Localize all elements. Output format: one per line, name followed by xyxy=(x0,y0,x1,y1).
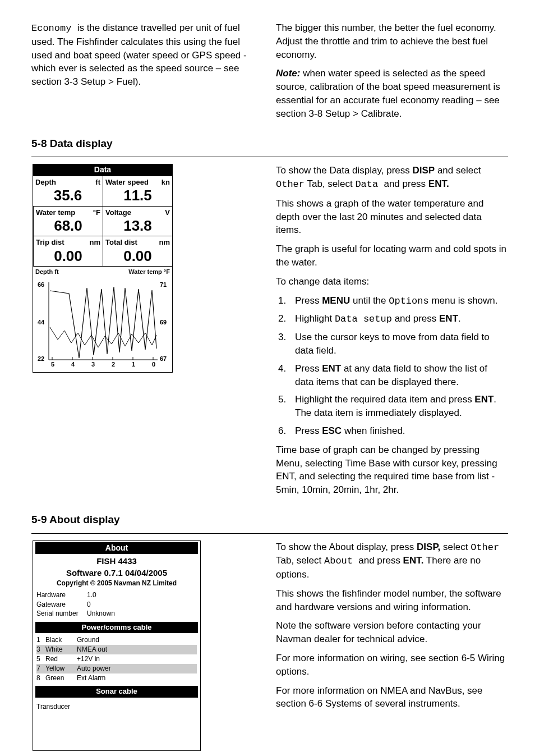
svg-text:0: 0 xyxy=(152,361,155,366)
intro-block: Economy is the distance travelled per un… xyxy=(31,21,508,126)
data-p2: This shows a graph of the water temperat… xyxy=(276,197,508,237)
cable-rows: 1BlackGround 3WhiteNMEA out 5Red+12V in … xyxy=(33,635,200,682)
data-p5: Time base of graph can be changed by pre… xyxy=(276,443,508,497)
about-p3: Note the software version before contact… xyxy=(276,619,508,646)
svg-text:69: 69 xyxy=(160,319,167,326)
step-3: 3.Use the cursor keys to move from data … xyxy=(276,331,508,358)
about-figure: About FISH 4433 Software 0.7.1 04/04/200… xyxy=(33,540,201,752)
about-p5: For more information on NMEA and NavBus,… xyxy=(276,684,508,711)
cell-voltage: VoltageV 13.8 xyxy=(103,207,172,237)
data-figure-col: Data Depthft 35.6 Water speedkn 11.5 Wat… xyxy=(31,164,256,502)
graph-left-label: Depth ft xyxy=(35,268,59,276)
intro-left: Economy is the distance travelled per un… xyxy=(31,21,256,126)
graph-svg: 66 44 22 71 69 67 5 4 xyxy=(35,277,170,366)
about-title-bar: About xyxy=(35,542,198,555)
row-serial: Serial numberUnknown xyxy=(36,609,197,618)
cell-water-speed: Water speedkn 11.5 xyxy=(103,176,172,207)
row-gateware: Gateware0 xyxy=(36,600,197,610)
cable-1: 1BlackGround xyxy=(36,635,197,645)
section-5-8: 5-8 Data display Data Depthft 35.6 Water… xyxy=(31,136,508,502)
data-text-col: To show the Data display, press DISP and… xyxy=(276,164,508,502)
graph-panel: Depth ft Water temp °F 66 44 22 71 69 67 xyxy=(33,267,173,373)
about-p1: To show the About display, press DISP, s… xyxy=(276,540,508,581)
about-figure-col: About FISH 4433 Software 0.7.1 04/04/200… xyxy=(31,540,256,752)
about-p2: This shows the fishfinder model number, … xyxy=(276,587,508,614)
data-figure: Data Depthft 35.6 Water speedkn 11.5 Wat… xyxy=(33,164,173,373)
data-p4: To change data items: xyxy=(276,275,508,288)
data-p1: To show the Data display, press DISP and… xyxy=(276,164,508,191)
rule-5-9 xyxy=(31,533,508,534)
svg-text:5: 5 xyxy=(51,361,54,366)
power-comms-bar: Power/comms cable xyxy=(35,622,198,633)
about-p4: For more information on wiring, see sect… xyxy=(276,652,508,679)
data-title-bar: Data xyxy=(33,164,173,176)
note-rest: when water speed is selected as the spee… xyxy=(276,68,500,118)
graph-right-label: Water temp °F xyxy=(128,268,170,276)
rule-5-8 xyxy=(31,157,508,157)
about-rows: Hardware1.0 Gateware0 Serial numberUnkno… xyxy=(33,590,200,618)
section-5-9: 5-9 About display About FISH 4433 Softwa… xyxy=(31,512,508,752)
step-2: 2.Highlight Data setup and press ENT. xyxy=(276,312,508,326)
svg-text:66: 66 xyxy=(38,281,44,288)
step-1: 1.Press MENU until the Options menu is s… xyxy=(276,294,508,308)
about-copyright: Copyright © 2005 Navman NZ Limited xyxy=(33,579,200,588)
cell-water-temp: Water temp°F 68.0 xyxy=(33,207,103,237)
intro-right-note: Note: when water speed is selected as th… xyxy=(276,67,508,120)
svg-text:67: 67 xyxy=(160,355,167,362)
step-5: 5.Highlight the required data item and p… xyxy=(276,393,508,420)
svg-text:4: 4 xyxy=(71,361,75,366)
cell-trip-dist: Trip distnm 0.00 xyxy=(33,236,103,267)
cable-5: 5Red+12V in xyxy=(36,654,197,664)
sonar-bar: Sonar cable xyxy=(35,686,198,697)
svg-text:2: 2 xyxy=(112,361,115,366)
note-label: Note: xyxy=(276,68,300,79)
data-steps: 1.Press MENU until the Options menu is s… xyxy=(276,294,508,438)
svg-text:3: 3 xyxy=(91,361,95,366)
about-text-col: To show the About display, press DISP, s… xyxy=(276,540,508,752)
row-hardware: Hardware1.0 xyxy=(36,590,197,600)
svg-text:71: 71 xyxy=(160,281,167,288)
intro-right: The bigger this number, the better the f… xyxy=(276,21,508,126)
svg-text:44: 44 xyxy=(38,319,45,326)
svg-text:1: 1 xyxy=(132,361,135,366)
depth-trace xyxy=(50,287,156,358)
step-6: 6.Press ESC when finished. xyxy=(276,424,508,438)
cable-7: 7YellowAuto power xyxy=(36,664,197,673)
data-grid: Depthft 35.6 Water speedkn 11.5 Water te… xyxy=(33,176,173,267)
temp-trace xyxy=(50,327,156,347)
cell-depth: Depthft 35.6 xyxy=(33,176,103,207)
economy-word: Economy xyxy=(31,23,77,34)
cable-3: 3WhiteNMEA out xyxy=(36,645,197,654)
about-software: Software 0.7.1 04/04/2005 xyxy=(33,567,200,579)
sonar-row: Transducer xyxy=(33,700,200,751)
heading-5-8: 5-8 Data display xyxy=(31,136,508,152)
economy-para: Economy is the distance travelled per un… xyxy=(31,21,256,89)
intro-right-p1: The bigger this number, the better the f… xyxy=(276,21,508,61)
heading-5-9: 5-9 About display xyxy=(31,512,508,528)
svg-text:22: 22 xyxy=(38,355,44,362)
cable-8: 8GreenExt Alarm xyxy=(36,673,197,683)
about-model: FISH 4433 xyxy=(33,555,200,567)
data-p3: The graph is useful for locating warm an… xyxy=(276,242,508,269)
cell-total-dist: Total distnm 0.00 xyxy=(103,236,172,267)
step-4: 4.Press ENT at any data field to show th… xyxy=(276,362,508,389)
